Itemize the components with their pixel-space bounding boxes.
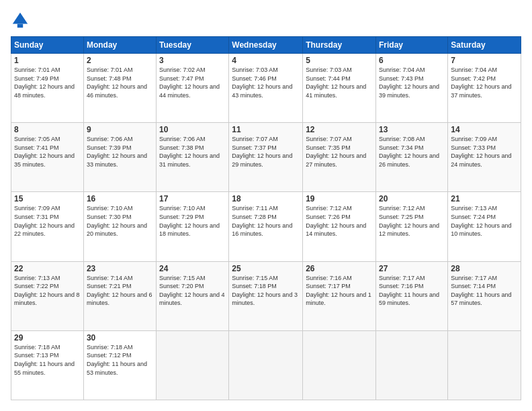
day-number: 25: [232, 264, 300, 273]
day-number: 7: [451, 56, 518, 65]
calendar-cell: [303, 330, 376, 400]
day-number: 1: [14, 56, 81, 65]
calendar-cell: 25Sunrise: 7:15 AMSunset: 7:18 PMDayligh…: [229, 261, 303, 330]
calendar-cell: 5Sunrise: 7:03 AMSunset: 7:44 PMDaylight…: [303, 54, 376, 123]
day-number: 16: [87, 194, 153, 203]
day-number: 4: [232, 56, 300, 65]
day-number: 22: [14, 264, 81, 273]
calendar-cell: 19Sunrise: 7:12 AMSunset: 7:26 PMDayligh…: [303, 192, 376, 261]
day-info: Sunrise: 7:18 AMSunset: 7:12 PMDaylight:…: [87, 343, 153, 377]
day-number: 2: [87, 56, 153, 65]
weekday-saturday: Saturday: [448, 37, 521, 54]
day-number: 8: [14, 125, 81, 134]
day-number: 14: [451, 125, 518, 134]
calendar-cell: 3Sunrise: 7:02 AMSunset: 7:47 PMDaylight…: [157, 54, 229, 123]
calendar-cell: 11Sunrise: 7:07 AMSunset: 7:37 PMDayligh…: [229, 123, 303, 192]
day-info: Sunrise: 7:09 AMSunset: 7:31 PMDaylight:…: [14, 204, 81, 238]
calendar-cell: 16Sunrise: 7:10 AMSunset: 7:30 PMDayligh…: [83, 192, 156, 261]
calendar-cell: 20Sunrise: 7:12 AMSunset: 7:25 PMDayligh…: [376, 192, 448, 261]
calendar-cell: 2Sunrise: 7:01 AMSunset: 7:48 PMDaylight…: [83, 54, 156, 123]
day-number: 18: [232, 194, 300, 203]
calendar-cell: 8Sunrise: 7:05 AMSunset: 7:41 PMDaylight…: [11, 123, 84, 192]
day-number: 6: [379, 56, 445, 65]
calendar-cell: 15Sunrise: 7:09 AMSunset: 7:31 PMDayligh…: [11, 192, 84, 261]
calendar-cell: 1Sunrise: 7:01 AMSunset: 7:49 PMDaylight…: [11, 54, 84, 123]
calendar-cell: 7Sunrise: 7:04 AMSunset: 7:42 PMDaylight…: [448, 54, 521, 123]
calendar-cell: [229, 330, 303, 400]
day-info: Sunrise: 7:08 AMSunset: 7:34 PMDaylight:…: [379, 135, 445, 169]
calendar-cell: [157, 330, 229, 400]
day-number: 21: [451, 194, 518, 203]
calendar-cell: 23Sunrise: 7:14 AMSunset: 7:21 PMDayligh…: [83, 261, 156, 330]
day-number: 24: [159, 264, 226, 273]
calendar-cell: 12Sunrise: 7:07 AMSunset: 7:35 PMDayligh…: [303, 123, 376, 192]
weekday-thursday: Thursday: [303, 37, 376, 54]
day-number: 12: [306, 125, 373, 134]
day-info: Sunrise: 7:04 AMSunset: 7:43 PMDaylight:…: [379, 66, 445, 99]
week-row-1: 1Sunrise: 7:01 AMSunset: 7:49 PMDaylight…: [11, 54, 521, 123]
day-info: Sunrise: 7:02 AMSunset: 7:47 PMDaylight:…: [159, 66, 226, 99]
day-number: 28: [451, 264, 518, 273]
calendar-cell: 4Sunrise: 7:03 AMSunset: 7:46 PMDaylight…: [229, 54, 303, 123]
day-number: 30: [87, 333, 153, 342]
day-info: Sunrise: 7:01 AMSunset: 7:49 PMDaylight:…: [14, 66, 81, 99]
calendar-cell: 18Sunrise: 7:11 AMSunset: 7:28 PMDayligh…: [229, 192, 303, 261]
calendar-cell: 24Sunrise: 7:15 AMSunset: 7:20 PMDayligh…: [157, 261, 229, 330]
day-number: 11: [232, 125, 300, 134]
logo: [11, 11, 32, 30]
day-number: 26: [306, 264, 373, 273]
week-row-2: 8Sunrise: 7:05 AMSunset: 7:41 PMDaylight…: [11, 123, 521, 192]
calendar-cell: 10Sunrise: 7:06 AMSunset: 7:38 PMDayligh…: [157, 123, 229, 192]
day-info: Sunrise: 7:13 AMSunset: 7:22 PMDaylight:…: [14, 274, 81, 308]
day-info: Sunrise: 7:05 AMSunset: 7:41 PMDaylight:…: [14, 135, 81, 169]
day-info: Sunrise: 7:15 AMSunset: 7:20 PMDaylight:…: [159, 274, 226, 308]
logo-icon: [11, 11, 30, 30]
week-row-3: 15Sunrise: 7:09 AMSunset: 7:31 PMDayligh…: [11, 192, 521, 261]
day-info: Sunrise: 7:16 AMSunset: 7:17 PMDaylight:…: [306, 274, 373, 308]
day-number: 19: [306, 194, 373, 203]
calendar-cell: 29Sunrise: 7:18 AMSunset: 7:13 PMDayligh…: [11, 330, 84, 400]
calendar-body: 1Sunrise: 7:01 AMSunset: 7:49 PMDaylight…: [11, 54, 521, 400]
calendar-cell: 26Sunrise: 7:16 AMSunset: 7:17 PMDayligh…: [303, 261, 376, 330]
day-info: Sunrise: 7:17 AMSunset: 7:16 PMDaylight:…: [379, 274, 445, 308]
day-info: Sunrise: 7:09 AMSunset: 7:33 PMDaylight:…: [451, 135, 518, 169]
week-row-5: 29Sunrise: 7:18 AMSunset: 7:13 PMDayligh…: [11, 330, 521, 400]
calendar-cell: 27Sunrise: 7:17 AMSunset: 7:16 PMDayligh…: [376, 261, 448, 330]
day-number: 9: [87, 125, 153, 134]
calendar-cell: 13Sunrise: 7:08 AMSunset: 7:34 PMDayligh…: [376, 123, 448, 192]
calendar-cell: [376, 330, 448, 400]
day-info: Sunrise: 7:14 AMSunset: 7:21 PMDaylight:…: [87, 274, 153, 308]
calendar-cell: 30Sunrise: 7:18 AMSunset: 7:12 PMDayligh…: [83, 330, 156, 400]
day-info: Sunrise: 7:03 AMSunset: 7:44 PMDaylight:…: [306, 66, 373, 99]
day-info: Sunrise: 7:15 AMSunset: 7:18 PMDaylight:…: [232, 274, 300, 308]
day-number: 20: [379, 194, 445, 203]
calendar: SundayMondayTuesdayWednesdayThursdayFrid…: [11, 36, 521, 400]
day-number: 10: [159, 125, 226, 134]
page: SundayMondayTuesdayWednesdayThursdayFrid…: [0, 0, 532, 411]
calendar-cell: 17Sunrise: 7:10 AMSunset: 7:29 PMDayligh…: [157, 192, 229, 261]
day-info: Sunrise: 7:17 AMSunset: 7:14 PMDaylight:…: [451, 274, 518, 308]
day-info: Sunrise: 7:12 AMSunset: 7:26 PMDaylight:…: [306, 204, 373, 238]
calendar-cell: 6Sunrise: 7:04 AMSunset: 7:43 PMDaylight…: [376, 54, 448, 123]
day-number: 17: [159, 194, 226, 203]
day-info: Sunrise: 7:07 AMSunset: 7:37 PMDaylight:…: [232, 135, 300, 169]
calendar-cell: 28Sunrise: 7:17 AMSunset: 7:14 PMDayligh…: [448, 261, 521, 330]
header: [11, 11, 521, 30]
weekday-monday: Monday: [83, 37, 156, 54]
weekday-header-row: SundayMondayTuesdayWednesdayThursdayFrid…: [11, 37, 521, 54]
day-info: Sunrise: 7:04 AMSunset: 7:42 PMDaylight:…: [451, 66, 518, 99]
day-info: Sunrise: 7:06 AMSunset: 7:38 PMDaylight:…: [159, 135, 226, 169]
day-info: Sunrise: 7:12 AMSunset: 7:25 PMDaylight:…: [379, 204, 445, 238]
day-info: Sunrise: 7:01 AMSunset: 7:48 PMDaylight:…: [87, 66, 153, 99]
svg-marker-0: [13, 13, 28, 24]
day-info: Sunrise: 7:03 AMSunset: 7:46 PMDaylight:…: [232, 66, 300, 99]
calendar-cell: 9Sunrise: 7:06 AMSunset: 7:39 PMDaylight…: [83, 123, 156, 192]
day-info: Sunrise: 7:11 AMSunset: 7:28 PMDaylight:…: [232, 204, 300, 238]
calendar-cell: 22Sunrise: 7:13 AMSunset: 7:22 PMDayligh…: [11, 261, 84, 330]
day-info: Sunrise: 7:06 AMSunset: 7:39 PMDaylight:…: [87, 135, 153, 169]
svg-rect-1: [17, 24, 23, 28]
day-number: 29: [14, 333, 81, 342]
day-number: 27: [379, 264, 445, 273]
day-info: Sunrise: 7:07 AMSunset: 7:35 PMDaylight:…: [306, 135, 373, 169]
day-number: 3: [159, 56, 226, 65]
